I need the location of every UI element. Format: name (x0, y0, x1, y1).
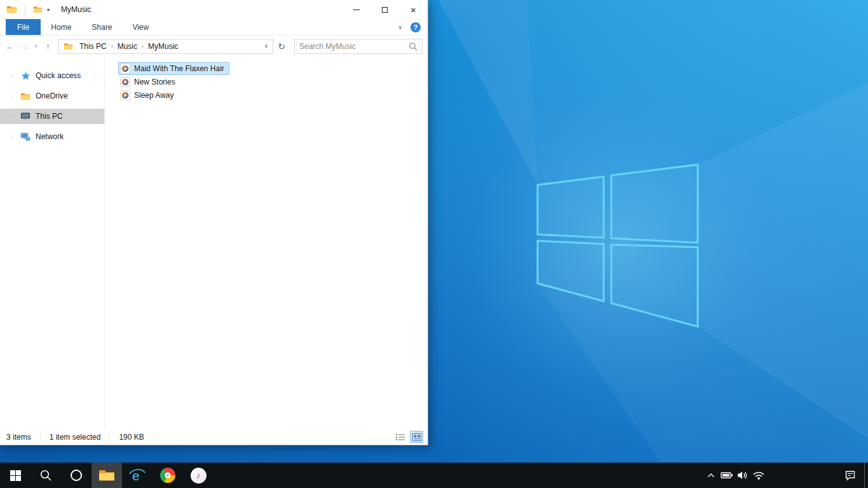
expander-chevron-icon[interactable]: › (9, 133, 15, 140)
file-explorer-taskbar-button[interactable] (92, 463, 122, 488)
action-center-icon (844, 470, 856, 481)
quick-access-star-icon (20, 71, 31, 81)
file-name: Maid With The Flaxen Hair (134, 64, 224, 73)
up-button[interactable]: ↑ (41, 39, 55, 54)
battery-tray-button[interactable] (719, 463, 735, 488)
tab-share[interactable]: Share (81, 19, 122, 35)
taskbar: e ♪ (0, 463, 868, 488)
show-desktop-button[interactable] (864, 463, 868, 488)
breadcrumb-this-pc[interactable]: This PC (76, 42, 110, 51)
tab-home[interactable]: Home (41, 19, 81, 35)
tray-spacer (766, 463, 836, 488)
itunes-icon: ♪ (191, 468, 207, 484)
sidebar-item-quick-access[interactable]: › Quick access (0, 68, 104, 83)
cortana-icon (69, 468, 83, 482)
onedrive-icon (20, 91, 31, 101)
forward-button[interactable]: → (17, 39, 32, 54)
explorer-window: ▾ MyMusic × File Home Share View ∨ ? ← →… (0, 0, 428, 445)
address-folder-icon (64, 43, 73, 50)
minimize-icon (353, 10, 360, 10)
file-name: Sleep Away (134, 91, 174, 100)
details-view-button[interactable] (393, 431, 407, 443)
window-folder-icon (6, 5, 17, 14)
search-box[interactable] (294, 39, 423, 54)
speaker-icon (737, 471, 749, 480)
window-title: MyMusic (61, 5, 91, 14)
file-item[interactable]: Sleep Away (118, 89, 179, 102)
qat-dropdown-icon[interactable]: ▾ (47, 7, 50, 13)
navigation-pane: › Quick access › OneDrive › (0, 57, 105, 429)
quick-access-toolbar-button[interactable] (33, 6, 43, 13)
status-bar: 3 items 1 item selected 190 KB (0, 429, 428, 445)
address-dropdown-icon[interactable]: ∨ (260, 43, 273, 49)
close-button[interactable]: × (399, 0, 428, 19)
expander-chevron-icon[interactable]: › (9, 72, 15, 79)
ribbon-tabs: File Home Share View ∨ ? (0, 19, 428, 36)
breadcrumb-music[interactable]: Music (114, 42, 140, 51)
titlebar-divider (25, 5, 25, 15)
chrome-taskbar-button[interactable] (153, 463, 183, 488)
start-button[interactable] (0, 463, 31, 488)
item-count: 3 items (6, 433, 41, 442)
itunes-taskbar-button[interactable]: ♪ (183, 463, 214, 488)
desktop[interactable]: ▾ MyMusic × File Home Share View ∨ ? ← →… (0, 0, 868, 463)
tab-view[interactable]: View (122, 19, 159, 35)
address-bar-row: ← → ∨ ↑ This PC › Music › MyMusic ∨ ↻ (0, 36, 428, 57)
show-hidden-icons-button[interactable] (703, 463, 719, 488)
titlebar[interactable]: ▾ MyMusic × (0, 0, 428, 19)
system-tray (703, 463, 868, 488)
help-button[interactable]: ? (410, 22, 421, 32)
refresh-button[interactable]: ↻ (273, 39, 290, 54)
sidebar-item-label: Quick access (36, 71, 81, 80)
internet-explorer-icon: e (128, 467, 146, 484)
battery-icon (721, 471, 733, 480)
breadcrumb-separator-icon[interactable]: › (140, 43, 145, 50)
internet-explorer-taskbar-button[interactable]: e (122, 463, 153, 488)
sidebar-item-network[interactable]: › Network (0, 129, 104, 144)
media-file-icon (120, 90, 130, 100)
action-center-button[interactable] (836, 463, 864, 488)
large-icons-view-icon (412, 433, 421, 441)
media-file-icon (120, 64, 130, 74)
tab-file[interactable]: File (6, 19, 41, 35)
sidebar-item-label: OneDrive (36, 92, 68, 100)
sidebar-item-label: This PC (36, 112, 63, 121)
breadcrumb-separator-icon[interactable]: › (110, 43, 114, 50)
file-name: New Stories (134, 78, 175, 86)
search-icon[interactable] (409, 42, 417, 51)
sidebar-item-label: Network (36, 132, 64, 141)
windows-start-icon (10, 470, 21, 481)
selection-count: 1 item selected (50, 433, 111, 442)
network-tray-button[interactable] (750, 463, 766, 488)
maximize-button[interactable] (370, 0, 399, 19)
expander-chevron-icon[interactable]: › (9, 113, 15, 119)
file-item[interactable]: New Stories (118, 76, 180, 88)
file-explorer-icon (98, 468, 115, 482)
this-pc-monitor-icon (20, 111, 31, 121)
taskbar-search-button[interactable] (31, 463, 61, 488)
file-list[interactable]: Maid With The Flaxen Hair New Stories (105, 57, 428, 429)
breadcrumb-mymusic[interactable]: MyMusic (145, 42, 181, 51)
minimize-button[interactable] (342, 0, 370, 19)
large-icons-view-button[interactable] (410, 431, 423, 443)
search-icon (39, 469, 52, 482)
wifi-icon (752, 471, 765, 480)
media-file-icon (120, 77, 130, 87)
expand-ribbon-icon[interactable]: ∨ (398, 24, 402, 30)
search-input[interactable] (299, 42, 409, 51)
file-item[interactable]: Maid With The Flaxen Hair (118, 62, 229, 75)
sidebar-item-this-pc[interactable]: › This PC (0, 109, 104, 124)
recent-locations-icon[interactable]: ∨ (32, 39, 41, 54)
chrome-icon (160, 468, 175, 483)
network-icon (20, 132, 31, 142)
selection-size: 190 KB (119, 433, 153, 442)
address-bar[interactable]: This PC › Music › MyMusic ∨ (58, 39, 273, 54)
sidebar-item-onedrive[interactable]: › OneDrive (0, 88, 104, 104)
chevron-up-icon (707, 473, 715, 478)
maximize-icon (382, 7, 388, 13)
details-view-icon (396, 433, 405, 441)
volume-tray-button[interactable] (735, 463, 750, 488)
back-button[interactable]: ← (3, 39, 17, 54)
expander-chevron-icon[interactable]: › (9, 93, 15, 99)
cortana-button[interactable] (61, 463, 92, 488)
